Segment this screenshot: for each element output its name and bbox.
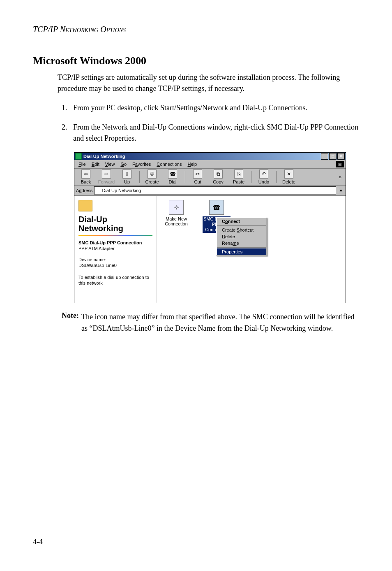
context-menu-properties[interactable]: Properties [217, 248, 266, 255]
close-button[interactable]: × [337, 153, 345, 160]
forward-icon: ⇨ [102, 169, 111, 179]
note-row: Note: The icon name may differ from that… [62, 311, 359, 334]
toolbar-undo-label: Undo [258, 179, 269, 184]
address-bar: Address Dial-Up Networking ▾ [74, 186, 346, 196]
address-icon [95, 188, 100, 193]
toolbar-create[interactable]: ✇ Create [142, 169, 162, 184]
toolbar-cut[interactable]: ✂ Cut [188, 169, 208, 184]
device-block: Device name: DSLWanUsb-Line0 [78, 257, 152, 269]
toolbar-dial[interactable]: ☎ Dial [163, 169, 182, 184]
context-menu: Connect Create Shortcut Delete Rename Pr… [216, 217, 267, 256]
icon-label: Make New Connection [162, 216, 191, 226]
delete-icon: ✕ [284, 169, 293, 179]
icon-grid: ✧ Make New Connection ☎ SMC Dial-Up PPP … [157, 196, 346, 303]
page-number: 4-4 [33, 538, 43, 546]
toolbar-create-label: Create [145, 179, 159, 184]
context-menu-delete[interactable]: Delete [217, 233, 266, 240]
maximize-button[interactable]: □ [329, 153, 337, 160]
step-1: From your PC desktop, click Start/Settin… [69, 102, 359, 114]
device-name-label: Device name: [78, 257, 152, 262]
selected-connection-name: SMC Dial-Up PPP Connection [78, 240, 152, 245]
toolbar-up[interactable]: ⇧ Up [117, 169, 137, 184]
toolbar-delete-label: Delete [282, 179, 295, 184]
toolbar-separator [139, 171, 140, 183]
running-header: TCP/IP Networking Options [33, 25, 359, 34]
address-field[interactable]: Dial-Up Networking [94, 186, 336, 195]
menu-favorites[interactable]: Favorites [130, 162, 153, 167]
content-area: Dial-Up Networking SMC Dial-Up PPP Conne… [74, 196, 346, 303]
toolbar-forward[interactable]: ⇨ Forward [97, 169, 116, 184]
cut-icon: ✂ [193, 169, 202, 179]
pane-title: Dial-Up Networking [78, 215, 152, 233]
toolbar-back-label: Back [81, 179, 91, 184]
pane-accent-line [78, 235, 152, 236]
toolbar-up-label: Up [124, 179, 130, 184]
back-icon: ⇦ [81, 169, 90, 179]
toolbar-delete[interactable]: ✕ Delete [279, 169, 299, 184]
context-menu-separator [217, 247, 266, 248]
window-title: Dial-Up Networking [83, 154, 321, 159]
establish-text: To establish a dial-up connection to thi… [78, 274, 152, 286]
dialup-window: Dial-Up Networking _ □ × File Edit View … [74, 152, 346, 303]
make-new-connection-icon[interactable]: ✧ Make New Connection [162, 200, 191, 226]
toolbar-copy-label: Copy [213, 179, 224, 184]
device-name-value: DSLWanUsb-Line0 [78, 262, 152, 268]
context-menu-connect[interactable]: Connect [217, 218, 266, 225]
copy-icon: ⧉ [214, 169, 223, 179]
menu-edit[interactable]: Edit [89, 162, 102, 167]
create-icon: ✇ [148, 169, 157, 179]
undo-icon: ↶ [259, 169, 268, 179]
address-dropdown-button[interactable]: ▾ [338, 188, 344, 193]
menu-bar: File Edit View Go Favorites Connections … [74, 160, 346, 169]
note-text: The icon name may differ from that speci… [81, 311, 359, 334]
window-titlebar[interactable]: Dial-Up Networking _ □ × [74, 153, 346, 160]
dial-icon: ☎ [168, 169, 177, 179]
toolbar-back[interactable]: ⇦ Back [76, 169, 96, 184]
toolbar-copy[interactable]: ⧉ Copy [208, 169, 228, 184]
paste-icon: ⎘ [234, 169, 243, 179]
context-menu-separator [217, 225, 266, 226]
toolbar-paste-label: Paste [233, 179, 244, 184]
folder-icon [78, 200, 92, 211]
new-connection-icon: ✧ [169, 200, 184, 215]
menu-go[interactable]: Go [118, 162, 129, 167]
toolbar-separator [185, 171, 185, 183]
menu-connections[interactable]: Connections [154, 162, 184, 167]
steps-list: From your PC desktop, click Start/Settin… [58, 102, 359, 144]
context-menu-rename[interactable]: Rename [217, 240, 266, 246]
address-value: Dial-Up Networking [102, 188, 141, 193]
toolbar-more-button[interactable]: » [337, 174, 344, 179]
step-2: From the Network and Dial-Up Connections… [69, 122, 359, 144]
address-label: Address [76, 188, 92, 193]
minimize-button[interactable]: _ [321, 153, 328, 160]
menu-file[interactable]: File [76, 162, 88, 167]
intro-paragraph: TCP/IP settings are automatically set up… [58, 72, 359, 94]
toolbar: ⇦ Back ⇨ Forward ⇧ Up ✇ Create ☎ Dial ✂ … [74, 169, 346, 186]
section-title: Microsoft Windows 2000 [33, 55, 359, 67]
up-icon: ⇧ [122, 169, 131, 179]
app-icon [75, 153, 82, 160]
connection-icon: ☎ [209, 200, 224, 215]
note-label: Note: [62, 311, 81, 334]
menu-view[interactable]: View [103, 162, 118, 167]
toolbar-separator [276, 171, 277, 183]
toolbar-forward-label: Forward [98, 179, 115, 184]
toolbar-paste[interactable]: ⎘ Paste [229, 169, 249, 184]
toolbar-separator [251, 171, 251, 183]
selected-connection-adapter: PPP ATM Adapter [78, 246, 152, 251]
context-menu-create-shortcut[interactable]: Create Shortcut [217, 227, 266, 233]
toolbar-undo[interactable]: ↶ Undo [254, 169, 274, 184]
toolbar-dial-label: Dial [169, 179, 177, 184]
side-info-pane: Dial-Up Networking SMC Dial-Up PPP Conne… [74, 196, 157, 303]
menu-help[interactable]: Help [185, 162, 200, 167]
windows-logo-icon: ⊞ [336, 161, 344, 167]
toolbar-cut-label: Cut [194, 179, 201, 184]
